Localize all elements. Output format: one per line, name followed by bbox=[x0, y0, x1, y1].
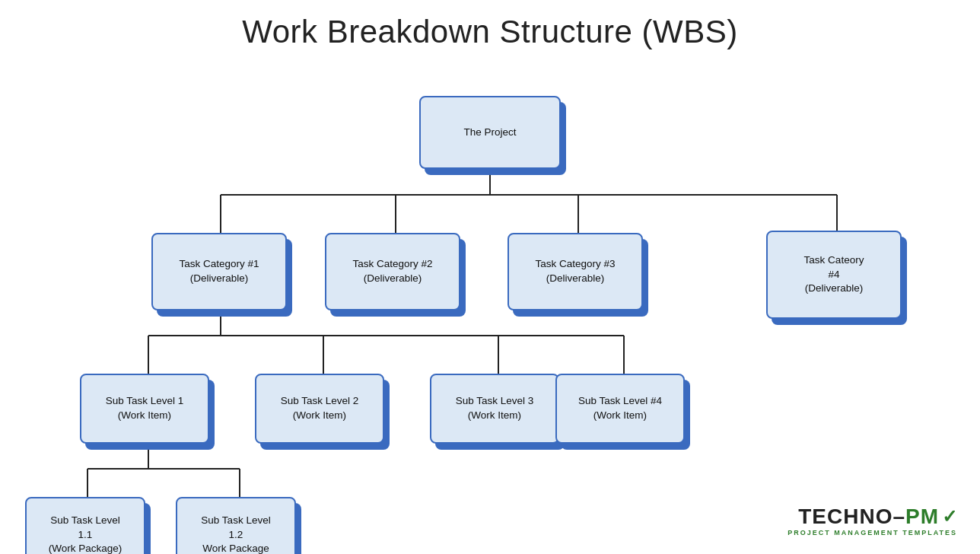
logo-pm: PM bbox=[905, 505, 939, 528]
sub12-label: Sub Task Level 1.2 Work Package bbox=[201, 514, 270, 554]
sub2-node: Sub Task Level 2 (Work Item) bbox=[255, 374, 384, 444]
sub3-node: Sub Task Level 3 (Work Item) bbox=[430, 374, 559, 444]
sub12-node: Sub Task Level 1.2 Work Package bbox=[176, 497, 296, 554]
cat1-node: Task Category #1 (Deliverable) bbox=[151, 233, 287, 310]
cat2-label: Task Category #2 (Deliverable) bbox=[352, 257, 432, 286]
cat2-node: Task Category #2 (Deliverable) bbox=[325, 233, 460, 310]
wbs-diagram: The Project Task Category #1 (Deliverabl… bbox=[0, 58, 980, 547]
sub4-node: Sub Task Level #4 (Work Item) bbox=[555, 374, 685, 444]
logo-techno: TECH bbox=[798, 505, 859, 528]
root-node: The Project bbox=[419, 96, 561, 169]
sub4-label: Sub Task Level #4 (Work Item) bbox=[578, 394, 662, 423]
sub1-label: Sub Task Level 1 (Work Item) bbox=[106, 394, 184, 423]
sub3-label: Sub Task Level 3 (Work Item) bbox=[456, 394, 534, 423]
logo-checkmark: ✓ bbox=[942, 506, 957, 527]
logo-subtitle: PROJECT MANAGEMENT TEMPLATES bbox=[788, 529, 957, 536]
cat3-label: Task Category #3 (Deliverable) bbox=[535, 257, 615, 286]
logo-text: TECHNO–PM bbox=[798, 506, 939, 527]
sub11-node: Sub Task Level 1.1 (Work Package) bbox=[25, 497, 145, 554]
cat3-node: Task Category #3 (Deliverable) bbox=[508, 233, 643, 310]
page-title: Work Breakdown Structure (WBS) bbox=[0, 0, 980, 58]
cat4-node: Task Cateory #4 (Deliverable) bbox=[766, 231, 902, 319]
root-label: The Project bbox=[463, 126, 516, 140]
sub2-label: Sub Task Level 2 (Work Item) bbox=[281, 394, 359, 423]
sub1-node: Sub Task Level 1 (Work Item) bbox=[80, 374, 209, 444]
cat1-label: Task Category #1 (Deliverable) bbox=[179, 257, 259, 286]
sub11-label: Sub Task Level 1.1 (Work Package) bbox=[49, 514, 123, 554]
logo: TECHNO–PM ✓ PROJECT MANAGEMENT TEMPLATES bbox=[788, 506, 957, 536]
cat4-label: Task Cateory #4 (Deliverable) bbox=[804, 253, 864, 297]
